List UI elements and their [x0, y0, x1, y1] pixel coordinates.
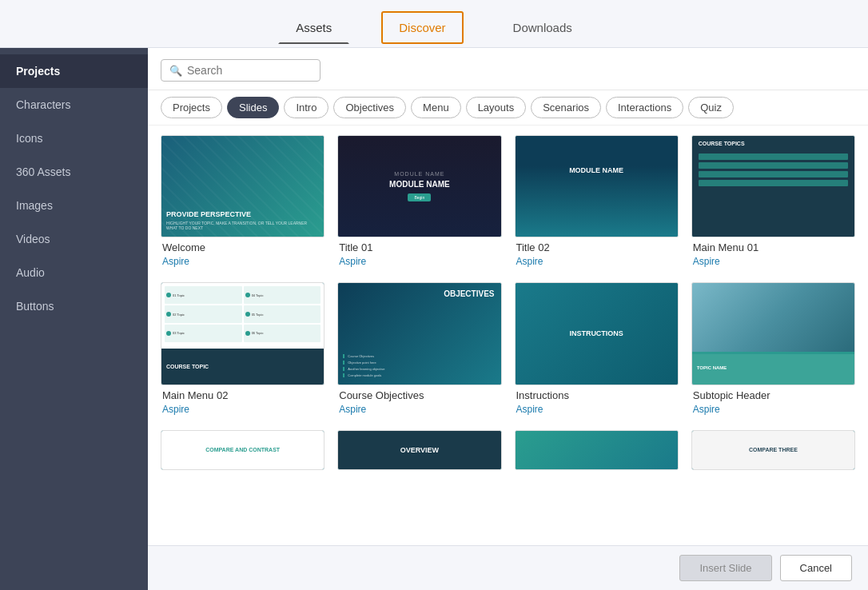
slide-link-instructions[interactable]: Aspire — [516, 404, 543, 415]
slide-thumb-keyconcept — [515, 430, 679, 470]
slide-card-comparethree[interactable]: COMPARE THREE — [691, 430, 855, 470]
thumb-title01-btn: Begin — [408, 193, 431, 201]
thumb-instructions-img: INSTRUCTIONS — [516, 283, 678, 384]
thumb-instructions-text: INSTRUCTIONS — [569, 329, 623, 337]
thumb-subtopic-bg — [692, 283, 854, 353]
cancel-button[interactable]: Cancel — [780, 555, 852, 581]
thumb-welcome-img: PROVIDE PERSPECTIVE Highlight your topic… — [161, 136, 324, 237]
slide-title-title02: Title 02 — [516, 241, 677, 253]
slide-thumb-subtopic: TOPIC NAME — [691, 282, 855, 385]
thumb-mainmenu01-title: COURSE TOPICS — [699, 141, 848, 146]
slide-card-mainmenu01[interactable]: COURSE TOPICS Main Menu 01 — [691, 135, 855, 269]
filter-menu[interactable]: Menu — [411, 97, 461, 118]
slide-link-welcome[interactable]: Aspire — [162, 256, 189, 267]
slide-card-mainmenu02[interactable]: 01 Topic 04 Topic 02 Topic — [161, 282, 325, 417]
search-input[interactable] — [187, 64, 312, 77]
thumb-mainmenu01-img: COURSE TOPICS — [692, 136, 854, 237]
slide-card-welcome[interactable]: PROVIDE PERSPECTIVE Highlight your topic… — [161, 135, 325, 269]
search-box[interactable]: 🔍 — [161, 59, 321, 82]
footer: Insert Slide Cancel — [148, 545, 868, 590]
slide-thumb-overview: OVERVIEW — [337, 430, 501, 470]
slide-card-courseobjectives[interactable]: OBJECTIVES Course Objectives Objective p… — [337, 282, 501, 417]
search-toolbar: 🔍 — [148, 48, 868, 90]
slide-link-mainmenu01[interactable]: Aspire — [693, 256, 720, 267]
slides-grid-wrapper: PROVIDE PERSPECTIVE Highlight your topic… — [148, 126, 868, 545]
thumb-row-3 — [699, 171, 848, 177]
tab-discover[interactable]: Discover — [381, 11, 463, 44]
slide-card-subtopicheader[interactable]: TOPIC NAME Subtopic Header Aspire — [691, 282, 855, 417]
slide-thumb-objectives: OBJECTIVES Course Objectives Objective p… — [337, 282, 501, 385]
slides-grid-scroll[interactable]: PROVIDE PERSPECTIVE Highlight your topic… — [148, 126, 868, 545]
slide-card-instructions[interactable]: INSTRUCTIONS Instructions Aspire — [515, 282, 679, 417]
tab-assets[interactable]: Assets — [278, 11, 349, 44]
thumb-compare-title: COMPARE AND CONTRAST — [205, 447, 280, 452]
sidebar-item-projects[interactable]: Projects — [0, 54, 148, 88]
slide-thumb-mainmenu01: COURSE TOPICS — [691, 135, 855, 237]
slide-thumb-mainmenu02: 01 Topic 04 Topic 02 Topic — [161, 282, 325, 385]
slide-title-objectives: Course Objectives — [339, 389, 500, 401]
thumb-row-1 — [699, 153, 848, 160]
thumb-welcome-text: PROVIDE PERSPECTIVE Highlight your topic… — [166, 210, 319, 230]
thumb-mainmenu02-bottom: COURSE TOPIC — [161, 349, 324, 384]
thumb-mainmenu02-cell-1: 01 Topic — [165, 286, 242, 304]
thumb-obj-1: Course Objectives — [343, 354, 496, 358]
filter-projects[interactable]: Projects — [161, 97, 222, 118]
sidebar-item-characters[interactable]: Characters — [0, 88, 148, 122]
slide-title-instructions: Instructions — [516, 389, 677, 401]
thumb-subtopic-bottom: TOPIC NAME — [692, 352, 854, 384]
thumb-objectives-title: OBJECTIVES — [444, 289, 494, 298]
slide-info-mainmenu02: Main Menu 02 Aspire — [161, 385, 325, 417]
filter-intro[interactable]: Intro — [284, 97, 328, 118]
thumb-dot-3 — [166, 312, 171, 317]
sidebar-item-images[interactable]: Images — [0, 189, 148, 222]
sidebar: Projects Characters Icons 360 Assets Ima… — [0, 48, 148, 590]
thumb-mainmenu02-cell-2: 04 Topic — [244, 286, 321, 304]
filter-scenarios[interactable]: Scenarios — [531, 97, 601, 118]
slide-title-welcome: Welcome — [162, 241, 323, 253]
slide-card-overview[interactable]: OVERVIEW — [337, 430, 501, 470]
filter-quiz[interactable]: Quiz — [688, 97, 734, 118]
filter-layouts[interactable]: Layouts — [466, 97, 527, 118]
slide-link-title01[interactable]: Aspire — [339, 256, 366, 267]
thumb-mainmenu02-cell-6: 06 Topic — [244, 325, 321, 342]
slide-card-title02[interactable]: Title 02 Aspire — [515, 135, 679, 269]
slide-thumb-comparethree: COMPARE THREE — [691, 430, 855, 470]
filter-slides[interactable]: Slides — [227, 97, 279, 118]
thumb-mainmenu02-cell-4: 05 Topic — [244, 305, 321, 323]
slide-title-mainmenu02: Main Menu 02 — [162, 389, 323, 401]
sidebar-item-buttons[interactable]: Buttons — [0, 289, 148, 323]
slide-link-mainmenu02[interactable]: Aspire — [162, 404, 189, 415]
thumb-dot-1 — [166, 293, 171, 297]
filter-interactions[interactable]: Interactions — [606, 97, 683, 118]
filter-objectives[interactable]: Objectives — [333, 97, 406, 118]
slide-info-welcome: Welcome Aspire — [161, 237, 325, 269]
top-tabs: Assets Discover Downloads — [278, 0, 590, 47]
slide-info-title01: Title 01 Aspire — [337, 237, 501, 269]
content-area: 🔍 Projects Slides Intro Objectives Menu … — [148, 48, 868, 590]
thumb-title01-img: MODULE NAME MODULE NAME Begin — [338, 136, 500, 237]
search-icon: 🔍 — [169, 65, 182, 77]
thumb-comparethree-text: COMPARE THREE — [749, 447, 798, 452]
thumb-obj-4: Complete module goals — [343, 373, 496, 377]
slide-thumb-instructions: INSTRUCTIONS — [515, 282, 679, 385]
slide-card-title01[interactable]: MODULE NAME MODULE NAME Begin Title 01 A… — [337, 135, 501, 269]
slide-card-keyconcept[interactable] — [515, 430, 679, 470]
tab-downloads[interactable]: Downloads — [496, 11, 590, 44]
sidebar-item-videos[interactable]: Videos — [0, 222, 148, 256]
slide-thumb-title01: MODULE NAME MODULE NAME Begin — [337, 135, 501, 237]
sidebar-item-icons[interactable]: Icons — [0, 122, 148, 155]
slide-link-title02[interactable]: Aspire — [516, 256, 543, 267]
sidebar-item-360assets[interactable]: 360 Assets — [0, 155, 148, 189]
thumb-title02-img — [516, 136, 678, 237]
thumb-title01-main: MODULE NAME — [389, 180, 450, 189]
thumb-subtopic-img: TOPIC NAME — [692, 283, 854, 384]
slide-card-comparecontrast[interactable]: COMPARE AND CONTRAST — [161, 430, 325, 470]
slide-title-subtopic: Subtopic Header — [693, 389, 854, 401]
insert-slide-button[interactable]: Insert Slide — [679, 555, 771, 581]
thumb-mainmenu02-cell-3: 02 Topic — [165, 305, 242, 323]
sidebar-item-audio[interactable]: Audio — [0, 256, 148, 289]
thumb-title01-label: MODULE NAME — [394, 171, 444, 177]
slide-link-subtopic[interactable]: Aspire — [693, 404, 720, 415]
slide-link-objectives[interactable]: Aspire — [339, 404, 366, 415]
main-layout: Projects Characters Icons 360 Assets Ima… — [0, 48, 868, 590]
